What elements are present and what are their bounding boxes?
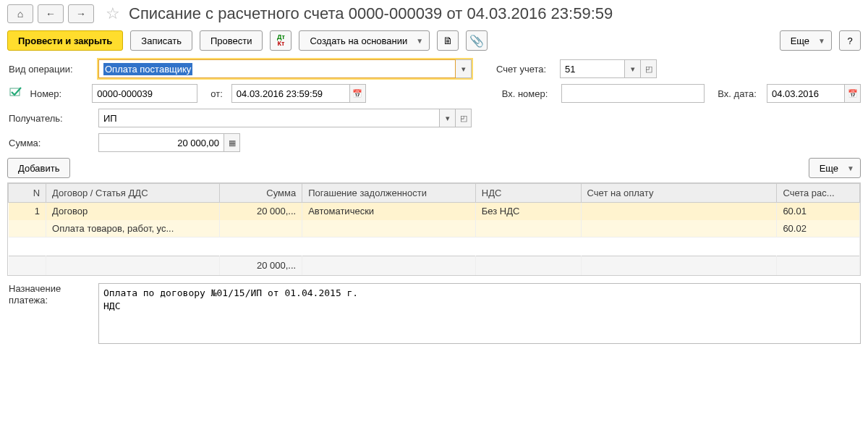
- forward-button[interactable]: →: [68, 4, 94, 23]
- cell-contract2[interactable]: Оплата товаров, работ, ус...: [46, 220, 220, 237]
- in-date-field[interactable]: 📅: [767, 84, 861, 103]
- chevron-down-icon: ▼: [847, 164, 854, 172]
- table-more-button[interactable]: Еще ▼: [809, 158, 861, 178]
- calendar-button[interactable]: 📅: [350, 84, 366, 103]
- help-button[interactable]: ?: [839, 30, 861, 51]
- attach-button[interactable]: 📎: [466, 30, 488, 51]
- empty-row: [9, 237, 860, 256]
- col-nds[interactable]: НДС: [475, 184, 581, 203]
- create-based-label: Создать на основании: [310, 35, 407, 46]
- report-button[interactable]: 🗎: [437, 30, 459, 51]
- footer-sum: 20 000,...: [219, 256, 302, 275]
- recipient-label: Получатель:: [7, 113, 93, 124]
- account-label: Счет учета:: [496, 64, 554, 75]
- dropdown-button[interactable]: ▾: [456, 59, 472, 78]
- page-title: Списание с расчетного счета 0000-000039 …: [129, 4, 613, 23]
- col-invoice[interactable]: Счет на оплату: [581, 184, 777, 203]
- purpose-label: Назначение платежа:: [7, 283, 93, 308]
- purpose-textarea[interactable]: [98, 283, 861, 344]
- open-button[interactable]: ◰: [641, 59, 657, 78]
- dtkt-icon: ДтКт: [277, 34, 285, 47]
- calculator-button[interactable]: ▦: [224, 133, 240, 152]
- number-input[interactable]: [92, 84, 197, 103]
- chevron-down-icon: ▼: [416, 37, 423, 45]
- col-sum[interactable]: Сумма: [219, 184, 302, 203]
- number-label: Номер:: [30, 88, 87, 99]
- chevron-down-icon: ▼: [818, 37, 825, 45]
- cell-invoice[interactable]: [581, 203, 777, 220]
- in-number-input[interactable]: [561, 84, 705, 103]
- table-footer: 20 000,...: [9, 256, 860, 275]
- cell-contract[interactable]: Договор: [46, 203, 220, 220]
- document-icon: 🗎: [443, 35, 453, 46]
- recipient-field[interactable]: ▾ ◰: [98, 109, 472, 127]
- favorite-icon[interactable]: ☆: [106, 4, 120, 23]
- add-row-button[interactable]: Добавить: [7, 158, 70, 178]
- col-acc[interactable]: Счета рас...: [777, 184, 860, 203]
- paperclip-icon: 📎: [469, 34, 484, 48]
- back-button[interactable]: ←: [38, 4, 64, 23]
- details-table: N Договор / Статья ДДС Сумма Погашение з…: [7, 182, 861, 276]
- date-label: от:: [210, 88, 223, 99]
- sum-field[interactable]: ▦: [98, 133, 240, 152]
- table-header-row: N Договор / Статья ДДС Сумма Погашение з…: [9, 184, 860, 203]
- dropdown-button[interactable]: ▾: [440, 109, 456, 127]
- dropdown-button[interactable]: ▾: [625, 59, 641, 78]
- sum-input[interactable]: [98, 133, 224, 152]
- sum-label: Сумма:: [7, 138, 93, 148]
- cell-n[interactable]: 1: [9, 203, 46, 220]
- more-label: Еще: [791, 35, 809, 46]
- account-field[interactable]: ▾ ◰: [560, 59, 657, 78]
- in-date-label: Вх. дата:: [718, 88, 761, 99]
- in-number-label: Вх. номер:: [502, 88, 556, 99]
- cell-sum[interactable]: 20 000,...: [219, 203, 302, 220]
- titlebar: ⌂ ← → ☆ Списание с расчетного счета 0000…: [7, 4, 861, 23]
- calendar-button[interactable]: 📅: [845, 84, 861, 103]
- op-type-label: Вид операции:: [7, 64, 93, 75]
- home-button[interactable]: ⌂: [7, 4, 33, 23]
- cell-acc2[interactable]: 60.02: [777, 220, 860, 237]
- date-field[interactable]: 📅: [231, 84, 366, 103]
- more-button[interactable]: Еще ▼: [780, 30, 832, 51]
- cell-nds[interactable]: Без НДС: [475, 203, 581, 220]
- col-pog[interactable]: Погашение задолженности: [302, 184, 476, 203]
- in-date-input[interactable]: [767, 84, 845, 103]
- save-button[interactable]: Записать: [130, 30, 192, 51]
- op-type-field[interactable]: Оплата поставщику ▾: [98, 59, 472, 78]
- date-input[interactable]: [231, 84, 350, 103]
- recipient-input[interactable]: [98, 109, 440, 127]
- post-and-close-button[interactable]: Провести и закрыть: [7, 30, 123, 51]
- cell-pog[interactable]: Автоматически: [302, 203, 476, 220]
- status-icon: [7, 86, 25, 101]
- more-label: Еще: [820, 163, 838, 174]
- col-n[interactable]: N: [9, 184, 46, 203]
- create-based-button[interactable]: Создать на основании ▼: [299, 30, 430, 51]
- op-type-value: Оплата поставщику: [103, 63, 192, 75]
- post-button[interactable]: Провести: [200, 30, 263, 51]
- table-row[interactable]: 1 Договор 20 000,... Автоматически Без Н…: [9, 203, 860, 220]
- account-input[interactable]: [560, 59, 625, 78]
- toolbar: Провести и закрыть Записать Провести ДтК…: [7, 30, 861, 51]
- table-row[interactable]: Оплата товаров, работ, ус... 60.02: [9, 220, 860, 237]
- open-button[interactable]: ◰: [456, 109, 472, 127]
- cell-acc[interactable]: 60.01: [777, 203, 860, 220]
- dtkt-button[interactable]: ДтКт: [270, 30, 292, 51]
- col-contract[interactable]: Договор / Статья ДДС: [46, 184, 220, 203]
